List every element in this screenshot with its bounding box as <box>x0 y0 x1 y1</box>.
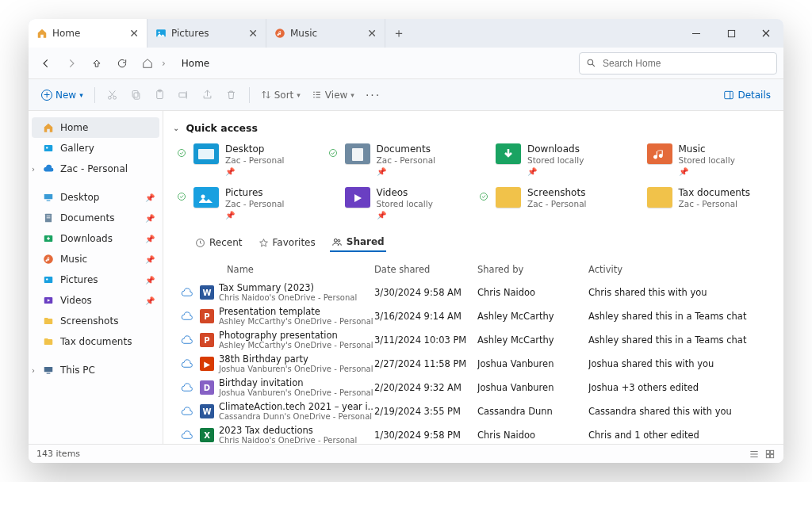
tab-pictures[interactable]: Pictures ✕ <box>147 19 266 48</box>
table-row[interactable]: P Presentation template Ashley McCarthy'… <box>173 304 769 328</box>
close-icon[interactable]: ✕ <box>367 27 377 40</box>
sidebar-item-desktop[interactable]: Desktop 📌 <box>29 187 163 208</box>
quick-access-music[interactable]: Music Stored locally 📌 <box>626 142 770 179</box>
svg-point-32 <box>178 193 186 200</box>
close-button[interactable] <box>749 19 783 48</box>
chevron-down-icon: ▾ <box>350 91 354 99</box>
sync-status-icon <box>478 143 489 148</box>
col-activity[interactable]: Activity <box>588 264 769 275</box>
qa-sub: Zac - Personal <box>225 199 285 209</box>
chevron-down-icon: ▾ <box>297 91 301 99</box>
window-controls <box>679 19 783 48</box>
sidebar-item-pictures[interactable]: Pictures 📌 <box>29 269 163 290</box>
shared-by: Chris Naidoo <box>477 430 588 441</box>
table-row[interactable]: X 2023 Tax deductions Chris Naidoo's One… <box>173 423 769 444</box>
maximize-button[interactable] <box>714 19 749 48</box>
table-row[interactable]: P Photography presentation Ashley McCart… <box>173 328 769 352</box>
sort-button[interactable]: Sort ▾ <box>256 84 305 106</box>
copy-button[interactable] <box>125 84 147 106</box>
sidebar-item-tax-documents[interactable]: Tax documents <box>29 331 163 352</box>
pin-icon: 📌 <box>377 211 433 221</box>
item-count: 143 items <box>36 449 80 459</box>
search-input[interactable] <box>601 57 770 70</box>
activity: Chris shared this with you <box>588 287 769 298</box>
sidebar-item-gallery[interactable]: Gallery <box>29 138 163 159</box>
refresh-button[interactable] <box>111 52 133 75</box>
new-button[interactable]: + New ▾ <box>36 84 88 106</box>
file-location: Joshua Vanburen's OneDrive - Personal <box>219 388 373 398</box>
file-location: Chris Naidoo's OneDrive - Personal <box>219 293 357 303</box>
up-button[interactable] <box>86 52 108 75</box>
qa-sub: Stored locally <box>527 155 584 166</box>
sidebar-item-music[interactable]: Music 📌 <box>29 249 163 269</box>
col-date[interactable]: Date shared <box>374 264 477 275</box>
quick-access-videos[interactable]: Videos Stored locally 📌 <box>324 185 468 223</box>
title-bar: Home ✕ Pictures ✕ Music ✕ ＋ <box>29 19 783 48</box>
tab-home[interactable]: Home ✕ <box>29 19 147 48</box>
pin-icon: 📌 <box>377 167 436 178</box>
details-view-icon[interactable] <box>749 449 760 460</box>
file-name: 2023 Tax deductions <box>219 426 357 436</box>
details-pane-button[interactable]: Details <box>718 84 776 106</box>
separator <box>94 87 95 103</box>
quick-access-pictures[interactable]: Pictures Zac - Personal 📌 <box>173 185 316 223</box>
sidebar-item-onedrive[interactable]: › Zac - Personal <box>29 159 163 179</box>
svg-rect-39 <box>771 450 774 453</box>
activity: Chris and 1 other edited <box>588 430 769 441</box>
breadcrumb[interactable]: Home <box>175 52 216 75</box>
col-by[interactable]: Shared by <box>477 264 588 275</box>
cut-button[interactable] <box>102 84 124 106</box>
share-button[interactable] <box>197 84 219 106</box>
col-name[interactable]: Name <box>200 264 374 275</box>
search-box[interactable] <box>579 52 777 75</box>
filter-shared[interactable]: Shared <box>330 233 386 252</box>
table-row[interactable]: D Birthday invitation Joshua Vanburen's … <box>173 376 769 399</box>
chevron-right-icon[interactable]: › <box>32 366 35 375</box>
delete-button[interactable] <box>220 84 243 106</box>
quick-access-header[interactable]: ⌄ Quick access <box>173 122 769 134</box>
details-label: Details <box>737 90 771 101</box>
sidebar-item-home[interactable]: Home <box>32 117 159 138</box>
pin-icon: 📌 <box>145 276 155 285</box>
view-icon <box>312 90 322 100</box>
forward-button[interactable] <box>60 52 82 75</box>
quick-access-downloads[interactable]: Downloads Stored locally 📌 <box>475 142 619 179</box>
svg-point-33 <box>201 194 205 198</box>
table-row[interactable]: W ClimateAction.tech 2021 – year i.. Cas… <box>173 399 769 423</box>
quick-access-documents[interactable]: Documents Zac - Personal 📌 <box>324 142 468 179</box>
quick-access-tax-documents[interactable]: Tax documents Zac - Personal <box>626 185 770 223</box>
table-row[interactable]: W Tax Summary (2023) Chris Naidoo's OneD… <box>173 281 769 304</box>
sidebar-item-screenshots[interactable]: Screenshots <box>29 311 163 331</box>
filter-recent[interactable]: Recent <box>193 234 243 251</box>
cloud-icon <box>173 287 200 299</box>
filter-label: Recent <box>209 237 242 248</box>
table-row[interactable]: ▶ 38th Birthday party Joshua Vanburen's … <box>173 352 769 376</box>
new-tab-button[interactable]: ＋ <box>385 19 412 48</box>
quick-access-screenshots[interactable]: Screenshots Zac - Personal <box>475 185 619 223</box>
activity: Joshua shared this with you <box>588 358 769 369</box>
svg-rect-40 <box>766 454 769 457</box>
folder-icon <box>345 143 370 164</box>
sidebar-item-this-pc[interactable]: › This PC <box>29 360 163 380</box>
rename-button[interactable] <box>173 84 195 106</box>
filter-favorites[interactable]: Favorites <box>257 234 317 251</box>
back-button[interactable] <box>35 52 57 75</box>
cloud-icon <box>173 334 200 346</box>
paste-button[interactable] <box>149 84 171 106</box>
home-crumb-icon[interactable] <box>136 52 159 75</box>
sidebar-item-videos[interactable]: Videos 📌 <box>29 290 163 311</box>
minimize-button[interactable] <box>679 19 714 48</box>
date-shared: 2/19/2024 3:55 PM <box>374 406 477 417</box>
close-icon[interactable]: ✕ <box>248 27 258 40</box>
quick-access-desktop[interactable]: Desktop Zac - Personal 📌 <box>173 142 316 179</box>
close-icon[interactable]: ✕ <box>129 27 139 40</box>
sidebar-item-downloads[interactable]: Downloads 📌 <box>29 228 163 249</box>
chevron-down-icon[interactable]: ⌄ <box>173 124 179 132</box>
sidebar-item-documents[interactable]: Documents 📌 <box>29 208 163 228</box>
section-title-label: Quick access <box>186 122 258 134</box>
tab-music[interactable]: Music ✕ <box>266 19 385 48</box>
tiles-view-icon[interactable] <box>764 449 776 460</box>
chevron-right-icon[interactable]: › <box>32 165 35 174</box>
view-button[interactable]: View ▾ <box>307 84 359 106</box>
more-button[interactable]: ··· <box>361 84 385 106</box>
